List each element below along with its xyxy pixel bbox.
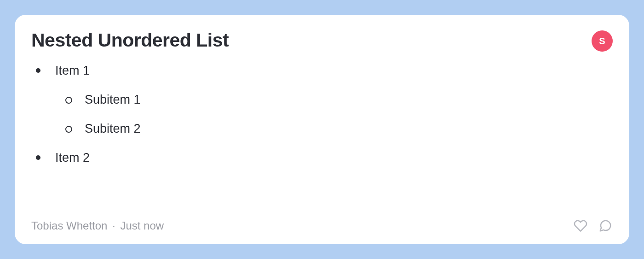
list-item: Item 2 bbox=[31, 150, 613, 166]
post-time: Just now bbox=[120, 219, 164, 232]
author-name[interactable]: Tobias Whetton bbox=[31, 219, 107, 232]
card-header: Nested Unordered List S bbox=[31, 29, 613, 52]
list-item: Subitem 1 bbox=[61, 92, 613, 108]
list-item-label: Subitem 1 bbox=[85, 93, 141, 106]
avatar[interactable]: S bbox=[592, 30, 613, 52]
comment-button[interactable] bbox=[598, 218, 613, 233]
post-actions bbox=[573, 218, 613, 233]
unordered-list: Item 1 Subitem 1 Subitem 2 Item 2 bbox=[31, 63, 613, 166]
list-item-label: Subitem 2 bbox=[85, 122, 141, 135]
card-footer: Tobias Whetton · Just now bbox=[31, 218, 613, 233]
list-item-label: Item 1 bbox=[55, 64, 90, 77]
post-meta: Tobias Whetton · Just now bbox=[31, 219, 164, 232]
meta-separator: · bbox=[112, 219, 115, 232]
card-title: Nested Unordered List bbox=[31, 29, 229, 51]
comment-icon bbox=[598, 219, 612, 233]
list-item: Subitem 2 bbox=[61, 121, 613, 137]
list-item-label: Item 2 bbox=[55, 151, 90, 165]
post-card: Nested Unordered List S Item 1 Subitem 1… bbox=[15, 15, 629, 244]
list-item: Item 1 Subitem 1 Subitem 2 bbox=[31, 63, 613, 137]
card-content: Item 1 Subitem 1 Subitem 2 Item 2 bbox=[31, 63, 613, 218]
avatar-label: S bbox=[599, 36, 605, 46]
unordered-list-nested: Subitem 1 Subitem 2 bbox=[55, 92, 613, 137]
like-button[interactable] bbox=[573, 218, 588, 233]
heart-icon bbox=[574, 219, 587, 233]
